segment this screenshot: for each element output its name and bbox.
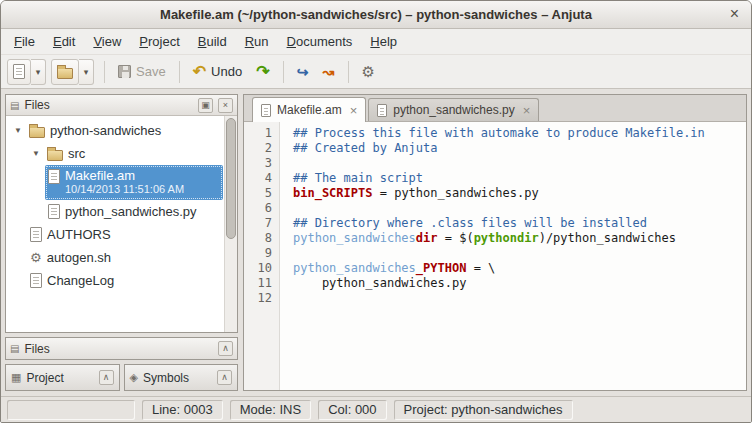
tab-project-label: Project	[26, 371, 63, 385]
new-file-button[interactable]	[7, 59, 31, 85]
code-line-12[interactable]	[293, 291, 746, 306]
code-line-10[interactable]: python_sandwiches_PYTHON = \	[293, 261, 746, 276]
code-line-7[interactable]: ## Directory where .class files will be …	[293, 216, 746, 231]
code-area[interactable]: 123456789101112 ## Process this file wit…	[244, 122, 746, 390]
open-file-dropdown-icon[interactable]: ▾	[79, 59, 94, 85]
editor-tab-label: python_sandwiches.py	[393, 103, 514, 117]
statusbar-project: Project: python-sandwiches	[394, 400, 573, 420]
save-button[interactable]: Save	[112, 59, 172, 85]
code-line-6[interactable]	[293, 201, 746, 216]
redo-button[interactable]: ↷	[250, 59, 275, 85]
new-file-dropdown-icon[interactable]: ▾	[31, 59, 46, 85]
code-token: ## Directory where .class files will be …	[293, 216, 647, 230]
statusbar: Line: 0003 Mode: INS Col: 000 Project: p…	[1, 396, 751, 422]
tab-symbols[interactable]: ◈ Symbols ∧	[124, 364, 239, 391]
redo-icon: ↷	[256, 64, 269, 80]
main-area: ▤ Files ▣ × ▼python-sandwiches▼srcMakefi…	[1, 89, 751, 396]
toolbar-separator	[348, 61, 349, 83]
preferences-button[interactable]: ⚙	[356, 59, 381, 85]
titlebar[interactable]: Makefile.am (~/python-sandwiches/src) – …	[1, 1, 751, 29]
line-number: 5	[244, 186, 272, 201]
jump-to-declaration-button[interactable]: ↝	[317, 59, 341, 85]
dock-close-button[interactable]: ×	[218, 98, 233, 113]
project-icon: ▦	[11, 371, 21, 384]
jump-to-definition-button[interactable]: ↪	[291, 59, 315, 85]
tree-scrollbar-thumb[interactable]	[226, 118, 236, 239]
files-icon: ▤	[10, 343, 19, 354]
line-number: 12	[244, 291, 272, 306]
menu-run[interactable]: Run	[236, 29, 278, 54]
line-number: 6	[244, 201, 272, 216]
code-line-1[interactable]: ## Process this file with automake to pr…	[293, 126, 746, 141]
collapse-icon[interactable]: ∧	[218, 341, 233, 356]
tree-item-python-sandwiches[interactable]: ▼python-sandwiches	[6, 119, 237, 142]
menu-file[interactable]: File	[5, 29, 44, 54]
code-line-2[interactable]: ## Created by Anjuta	[293, 141, 746, 156]
undo-icon: ↶	[193, 64, 206, 80]
code-lines[interactable]: ## Process this file with automake to pr…	[280, 122, 746, 390]
files-panel-title: Files	[24, 98, 193, 112]
code-token: ## Process this file with automake to pr…	[293, 126, 705, 140]
collapse-icon[interactable]: ∧	[99, 370, 114, 385]
menu-documents[interactable]: Documents	[278, 29, 362, 54]
collapse-icon[interactable]: ∧	[217, 370, 232, 385]
jump-to-definition-icon: ↪	[297, 64, 309, 80]
tree-item-label: python_sandwiches.py	[65, 204, 197, 219]
line-number: 11	[244, 276, 272, 291]
code-line-4[interactable]: ## The main script	[293, 171, 746, 186]
files-collapsed-panel[interactable]: ▤ Files ∧	[5, 337, 238, 360]
code-line-8[interactable]: python_sandwichesdir = $(pythondir)/pyth…	[293, 231, 746, 246]
code-line-3[interactable]	[293, 156, 746, 171]
tab-close-icon[interactable]: ×	[350, 104, 358, 117]
expander-icon[interactable]: ▼	[12, 126, 24, 135]
code-token: dir	[416, 231, 438, 245]
code-line-5[interactable]: bin_SCRIPTS = python_sandwiches.py	[293, 186, 746, 201]
expander-icon[interactable]: ▼	[30, 149, 42, 158]
line-number: 7	[244, 216, 272, 231]
menu-edit[interactable]: Edit	[44, 29, 84, 54]
tree-item-python-sandwiches-py[interactable]: python_sandwiches.py	[6, 200, 237, 223]
folder-icon	[47, 150, 63, 161]
tab-project[interactable]: ▦ Project ∧	[5, 364, 120, 391]
files-panel-header[interactable]: ▤ Files ▣ ×	[6, 95, 237, 116]
tree-item-changelog[interactable]: ChangeLog	[6, 269, 237, 292]
open-file-button[interactable]	[51, 59, 79, 85]
menu-view[interactable]: View	[84, 29, 130, 54]
tree-item-text: ChangeLog	[47, 273, 114, 288]
files-icon: ▤	[10, 100, 19, 111]
editor-panel: Makefile.am×python_sandwiches.py× 123456…	[243, 94, 747, 391]
tree-item-makefile-am[interactable]: Makefile.am10/14/2013 11:51:06 AM	[45, 165, 223, 200]
tree-item-autogen-sh[interactable]: ⚙autogen.sh	[6, 246, 237, 269]
code-token: ## Created by Anjuta	[293, 141, 438, 155]
menu-project[interactable]: Project	[130, 29, 188, 54]
code-token: _PYTHON	[416, 261, 467, 275]
code-line-11[interactable]: python_sandwiches.py	[293, 276, 746, 291]
tree-item-text: src	[68, 146, 85, 161]
anjuta-window: Makefile.am (~/python-sandwiches/src) – …	[0, 0, 752, 423]
file-tree: ▼python-sandwiches▼srcMakefile.am10/14/2…	[6, 116, 237, 332]
dock-float-button[interactable]: ▣	[198, 98, 213, 113]
menu-build[interactable]: Build	[189, 29, 236, 54]
line-number: 3	[244, 156, 272, 171]
files-panel: ▤ Files ▣ × ▼python-sandwiches▼srcMakefi…	[5, 94, 238, 333]
undo-button[interactable]: ↶ Undo	[187, 59, 248, 85]
tree-item-text: Makefile.am10/14/2013 11:51:06 AM	[65, 168, 184, 196]
code-line-9[interactable]	[293, 246, 746, 261]
editor-tab-makefile-am[interactable]: Makefile.am×	[252, 97, 366, 122]
window-close-button[interactable]: ×	[730, 5, 739, 23]
dock-bottom-tabs: ▦ Project ∧ ◈ Symbols ∧	[5, 364, 238, 391]
toolbar: ▾ ▾ Save ↶ Undo ↷ ↪ ↝ ⚙	[1, 55, 751, 89]
tree-scrollbar[interactable]	[224, 116, 237, 332]
file-icon	[30, 227, 42, 242]
menu-help[interactable]: Help	[361, 29, 406, 54]
toolbar-separator	[179, 61, 180, 83]
code-token: python_sandwiches	[293, 231, 416, 245]
tab-close-icon[interactable]: ×	[523, 104, 531, 117]
tree-item-text: python-sandwiches	[50, 123, 161, 138]
code-token: pythondir	[474, 231, 539, 245]
tree-item-text: python_sandwiches.py	[65, 204, 197, 219]
tree-item-src[interactable]: ▼src	[6, 142, 237, 165]
editor-tab-python-sandwiches-py[interactable]: python_sandwiches.py×	[368, 98, 539, 121]
code-token: python_sandwiches.py	[293, 276, 466, 290]
tree-item-authors[interactable]: AUTHORS	[6, 223, 237, 246]
